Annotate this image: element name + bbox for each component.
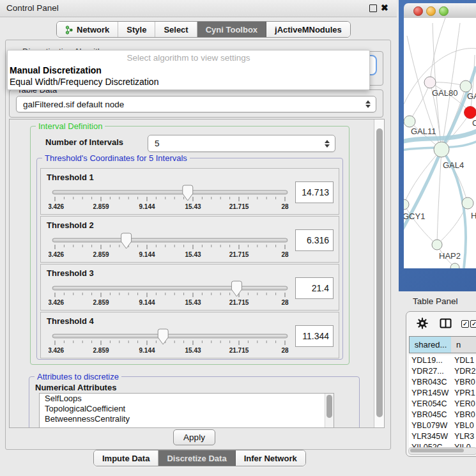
scrollbar-thumb[interactable]	[376, 128, 383, 417]
tab-discretize-data[interactable]: Discretize Data	[158, 450, 235, 466]
tab-select[interactable]: Select	[155, 22, 197, 37]
threshold-label: Threshold 3	[47, 268, 94, 278]
network-node-c[interactable]	[464, 107, 476, 119]
cell-name: YDR2	[454, 367, 475, 376]
slider-thumb[interactable]	[183, 185, 193, 201]
node-label: HAP2	[439, 251, 461, 261]
split-columns-icon[interactable]	[440, 318, 452, 331]
cell-shared-name: YDR27...	[411, 367, 444, 376]
threshold-value-field[interactable]: 14.713	[295, 181, 334, 203]
zoom-window-icon[interactable]	[439, 6, 449, 16]
cell-shared-name: YIL052C	[411, 443, 443, 447]
minimize-window-icon[interactable]	[426, 6, 436, 16]
attribute-item-betweennesscentrality[interactable]: BetweennessCentrality	[40, 414, 334, 424]
svg-text:21.715: 21.715	[229, 251, 249, 258]
network-canvas[interactable]: GAL80GACGAL11GAL4GCY1HHAP2	[404, 18, 476, 268]
slider-thumb[interactable]	[121, 233, 132, 249]
threshold-value-field[interactable]: 21.4	[295, 277, 334, 299]
number-of-intervals-combobox[interactable]: 5	[148, 135, 335, 152]
algorithm-placeholder-option[interactable]: Select algorithm to view settings	[8, 53, 369, 63]
tab-label: Discretize Data	[167, 454, 226, 463]
node-label: GA	[467, 91, 476, 101]
numerical-attributes-label: Numerical Attributes	[35, 383, 116, 392]
threshold-slider[interactable]: -3.4262.8599.14415.4321.71528	[49, 328, 295, 356]
cell-shared-name: YDL19...	[411, 356, 443, 365]
algorithm-option-manual[interactable]: Manual Discretization	[10, 65, 102, 75]
threshold-label: Threshold 4	[47, 316, 94, 326]
network-node-gcy1[interactable]	[404, 199, 409, 210]
tab-infer-network[interactable]: Infer Network	[236, 450, 305, 466]
threshold-slider[interactable]: -3.4262.8599.14415.4321.71528	[49, 280, 295, 308]
close-window-icon[interactable]	[413, 6, 423, 16]
tab-cyni-toolbox[interactable]: Cyni Toolbox	[197, 22, 266, 37]
cell-name: YBR0	[454, 410, 475, 419]
checkbox-icon[interactable]: ✓	[470, 320, 476, 328]
network-node-ga[interactable]	[460, 81, 472, 92]
float-panel-icon[interactable]	[369, 4, 377, 12]
gear-icon[interactable]	[417, 318, 428, 332]
table-panel-body: ✓ ✓ shared... n YDL19...YDL1YDR27...YDR2…	[406, 311, 476, 457]
apply-button[interactable]: Apply	[173, 429, 215, 445]
algorithm-option-equal-width[interactable]: Equal Width/Frequency Discretization	[10, 77, 158, 87]
attribute-item-topologicalcoefficient[interactable]: TopologicalCoefficient	[40, 404, 334, 414]
settings-vertical-scrollbar[interactable]	[374, 119, 385, 427]
svg-text:9.144: 9.144	[139, 347, 155, 354]
network-node-gal80[interactable]	[424, 77, 436, 88]
tab-style[interactable]: Style	[118, 22, 155, 37]
checkbox-icon[interactable]: ✓	[461, 320, 469, 328]
svg-text:15.43: 15.43	[185, 203, 201, 210]
table-data-combobox[interactable]: galFiltered.sif default node	[16, 96, 376, 112]
attribute-item-selfloops[interactable]: SelfLoops	[40, 394, 334, 404]
node-label: GAL11	[411, 127, 436, 136]
svg-text:9.144: 9.144	[139, 203, 155, 210]
table-horizontal-scrollbar[interactable]	[408, 447, 476, 455]
network-node-gal11[interactable]	[404, 116, 415, 127]
table-row[interactable]: YBL079WYBL0	[409, 420, 476, 431]
cell-name: YBR0	[454, 378, 475, 387]
table-row[interactable]: YER054CYER0	[409, 399, 476, 410]
scrollbar-thumb[interactable]	[410, 449, 464, 452]
threshold-slider[interactable]: -3.4262.8599.14415.4321.71528	[49, 184, 295, 212]
network-window-titlebar[interactable]	[404, 3, 476, 19]
table-row[interactable]: YPR145WYPR1	[409, 388, 476, 399]
svg-text:15.43: 15.43	[185, 251, 201, 258]
column-header-shared[interactable]: shared...	[409, 336, 452, 353]
threshold-value-field[interactable]: 11.344	[295, 325, 334, 347]
tab-network[interactable]: Network	[57, 22, 118, 37]
cell-shared-name: YBR043C	[411, 378, 447, 387]
table-panel-title: Table Panel	[413, 296, 458, 306]
slider-thumb[interactable]	[231, 281, 242, 296]
table-row[interactable]: YDR27...YDR2	[409, 366, 476, 377]
threshold-slider[interactable]: -3.4262.8599.14415.4321.71528	[49, 232, 295, 260]
table-row[interactable]: YLR345WYLR3	[409, 431, 476, 442]
svg-text:28: 28	[281, 203, 289, 210]
table-row[interactable]: YBR043CYBR0	[409, 377, 476, 388]
column-header-label: n	[456, 340, 461, 349]
control-panel-titlebar: Control Panel ✖	[0, 0, 397, 17]
close-panel-icon[interactable]: ✖	[381, 3, 388, 13]
tab-label: Cyni Toolbox	[206, 25, 257, 35]
tab-jactivemnodules[interactable]: jActiveMNodules	[266, 22, 350, 37]
column-header-label: shared...	[415, 340, 447, 349]
tab-label: Select	[164, 25, 188, 35]
network-view-window[interactable]: GAL80GACGAL11GAL4GCY1HHAP2	[399, 0, 476, 291]
column-header-name[interactable]: n	[451, 336, 476, 353]
threshold-label: Threshold 2	[47, 220, 94, 230]
table-row[interactable]: YBR045CYBR0	[409, 410, 476, 420]
svg-text:28: 28	[281, 347, 289, 354]
slider-thumb[interactable]	[158, 329, 168, 344]
svg-text:28: 28	[281, 299, 289, 306]
attributes-list-scrollbar[interactable]	[325, 394, 334, 428]
network-node-hap2[interactable]	[432, 240, 442, 250]
table-rows: YDL19...YDL1YDR27...YDR2YBR043CYBR0YPR14…	[409, 355, 476, 447]
threshold-value-field[interactable]: 6.316	[295, 229, 334, 251]
svg-text:21.715: 21.715	[229, 203, 249, 210]
tab-impute-data[interactable]: Impute Data	[94, 450, 158, 466]
network-node-gal4[interactable]	[434, 142, 449, 157]
table-row[interactable]: YDL19...YDL1	[409, 355, 476, 366]
tab-label: jActiveMNodules	[275, 25, 342, 35]
numerical-attributes-list[interactable]: SelfLoopsTopologicalCoefficientBetweenne…	[39, 393, 334, 428]
network-node-h[interactable]	[462, 197, 473, 209]
cell-name: YPR1	[454, 388, 475, 397]
table-row[interactable]: YIL052CYIL0	[409, 442, 476, 447]
